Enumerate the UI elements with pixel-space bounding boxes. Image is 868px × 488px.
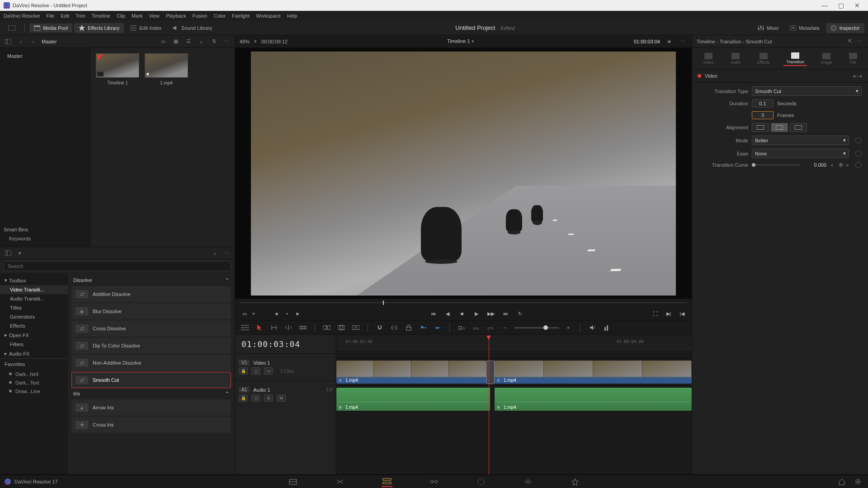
menu-fairlight[interactable]: Fairlight (232, 13, 250, 19)
selection-tool[interactable] (254, 322, 265, 333)
page-color[interactable] (476, 476, 486, 487)
keyframe-icon[interactable] (838, 162, 843, 167)
tab-image[interactable]: Image (818, 52, 835, 66)
tree-video-transitions[interactable]: Video Transiti... (0, 285, 68, 294)
fx-cross-iris[interactable]: ✚Cross Iris (71, 417, 231, 433)
clip-thumb-timeline1[interactable]: Timeline 1 (96, 53, 139, 85)
viewer-mode-icon[interactable]: ◈ (665, 37, 674, 46)
edit-index-button[interactable]: Edit Index (126, 23, 166, 33)
zoom-out-button[interactable]: − (500, 322, 510, 333)
timeline-ruler[interactable]: 01:00:02:00 01:00:04:00 (336, 335, 692, 349)
timeline-view-options[interactable] (240, 322, 250, 333)
trim-tool[interactable] (269, 322, 279, 333)
menu-edit[interactable]: Edit (61, 13, 69, 19)
fx-search-icon[interactable]: ⌕ (210, 249, 219, 258)
project-settings-button[interactable] (853, 476, 863, 487)
mixer-button[interactable]: Mixer (753, 23, 783, 33)
first-frame-button[interactable]: ⏮ (428, 309, 438, 319)
zoom-full-button[interactable]: ⊡⌕ (456, 322, 467, 333)
play-button[interactable]: ▶ (472, 309, 481, 319)
duration-seconds-input[interactable] (752, 99, 774, 108)
tab-video[interactable]: Video (700, 52, 716, 66)
track-header-v1[interactable]: V1 Video 1 🔒 ◻ ▭ 2 Clips (235, 353, 336, 380)
lock-toggle[interactable] (403, 322, 414, 333)
jog-fwd[interactable]: ► (293, 309, 303, 319)
fx-options-icon[interactable]: ⋯ (222, 249, 231, 258)
zoom-slider[interactable] (514, 327, 559, 328)
menu-view[interactable]: View (149, 13, 160, 19)
effects-search-input[interactable] (4, 261, 231, 271)
enable-dot-icon[interactable] (698, 74, 701, 78)
kf-prev[interactable]: ◀ (830, 163, 833, 167)
thumb-view-icon[interactable]: ▦ (171, 37, 180, 46)
fx-smooth-cut[interactable]: ⇄Smooth Cut (71, 372, 231, 388)
dynamic-trim-tool[interactable] (283, 322, 294, 333)
menu-mark[interactable]: Mark (132, 13, 142, 19)
sort-icon[interactable]: ⇅ (209, 37, 218, 46)
tab-effects[interactable]: Effects (755, 52, 772, 66)
group-iris[interactable]: Iris⌃ (71, 389, 231, 399)
next-edit-button[interactable]: ▶| (664, 309, 674, 319)
page-media[interactable] (288, 476, 298, 487)
viewer-canvas[interactable] (235, 48, 692, 299)
duration-frames-input[interactable] (752, 111, 774, 119)
link-toggle[interactable] (389, 322, 400, 333)
list-view-icon[interactable]: ☰ (184, 37, 193, 46)
fx-arrow-iris[interactable]: ▲Arrow Iris (71, 399, 231, 416)
smart-bin-keywords[interactable]: Keywords (4, 234, 86, 243)
menu-file[interactable]: File (47, 13, 55, 19)
expand-inspector-button[interactable]: ⇱ (845, 37, 854, 46)
auto-select-button[interactable]: ◻ (251, 367, 260, 375)
lock-track-button[interactable]: 🔒 (239, 367, 248, 375)
curve-slider[interactable] (752, 164, 800, 165)
transition-smooth-cut[interactable] (486, 361, 495, 384)
fav-item[interactable]: ★Dark...Text (0, 378, 68, 387)
page-cut[interactable] (335, 476, 345, 487)
home-button[interactable] (836, 476, 847, 487)
video-clip-2[interactable]: ⎘ 1.mp4 (495, 361, 692, 384)
align-center-button[interactable] (771, 123, 788, 132)
fullscreen-button[interactable]: ⛶ (650, 309, 660, 319)
tree-effects[interactable]: Effects (0, 321, 68, 330)
zoom-custom-button[interactable]: ⌕⇅ (485, 322, 496, 333)
transition-type-select[interactable]: Smooth Cut▾ (752, 86, 862, 96)
track-tag[interactable]: A1 (239, 387, 250, 393)
fx-blur-dissolve[interactable]: ◉Blur Dissolve (71, 303, 231, 319)
minimize-button[interactable]: — (817, 1, 832, 10)
menu-timeline[interactable]: Timeline (92, 13, 110, 19)
fx-dropdown[interactable]: ▾ (15, 249, 24, 258)
video-clip-1[interactable]: ⎘ 1.mp4 (336, 361, 486, 384)
reset-icon[interactable] (855, 137, 862, 144)
viewer-zoom[interactable]: 49% (240, 39, 250, 44)
tree-audiofx[interactable]: ▸Audio FX (0, 349, 68, 358)
fx-dip-to-color[interactable]: ⇄Dip To Color Dissolve (71, 338, 231, 354)
menu-color[interactable]: Color (214, 13, 226, 19)
stop-button[interactable]: ■ (457, 309, 467, 319)
menu-playback[interactable]: Playback (166, 13, 186, 19)
solo-button[interactable]: S (264, 394, 273, 402)
inspector-options-icon[interactable]: ⋯ (854, 37, 863, 46)
menu-clip[interactable]: Clip (117, 13, 125, 19)
menu-davinci[interactable]: DaVinci Resolve (4, 13, 40, 19)
insert-button[interactable] (321, 322, 332, 333)
tree-audio-transitions[interactable]: Audio Transiti... (0, 294, 68, 303)
tab-transition[interactable]: Transition (783, 52, 807, 66)
fx-additive-dissolve[interactable]: ⇄Additive Dissolve (71, 286, 231, 302)
auto-select-button[interactable]: ◻ (251, 394, 260, 402)
tree-titles[interactable]: Titles (0, 303, 68, 312)
mode-select[interactable]: Better▾ (752, 136, 849, 145)
bin-list-toggle[interactable] (4, 37, 13, 46)
prev-edit-button[interactable]: |◀ (677, 309, 687, 319)
fav-item[interactable]: ★Draw...Line (0, 387, 68, 395)
marker-button[interactable]: ●▾ (432, 322, 443, 333)
search-toggle[interactable]: ⌕ (197, 37, 206, 46)
viewer-options-icon[interactable]: ⋯ (678, 37, 687, 46)
close-button[interactable]: ✕ (850, 1, 864, 10)
tree-generators[interactable]: Generators (0, 312, 68, 321)
fx-non-additive[interactable]: ⇄Non-Additive Dissolve (71, 355, 231, 371)
menu-workspace[interactable]: Workspace (256, 13, 281, 19)
track-header-a1[interactable]: A1 Audio 1 2.0 🔒 ◻ S M (235, 380, 336, 408)
fx-cross-dissolve[interactable]: ⇄Cross Dissolve (71, 320, 231, 337)
effects-library-button[interactable]: Effects Library (74, 23, 124, 33)
group-dissolve[interactable]: Dissolve⌃ (71, 276, 231, 285)
